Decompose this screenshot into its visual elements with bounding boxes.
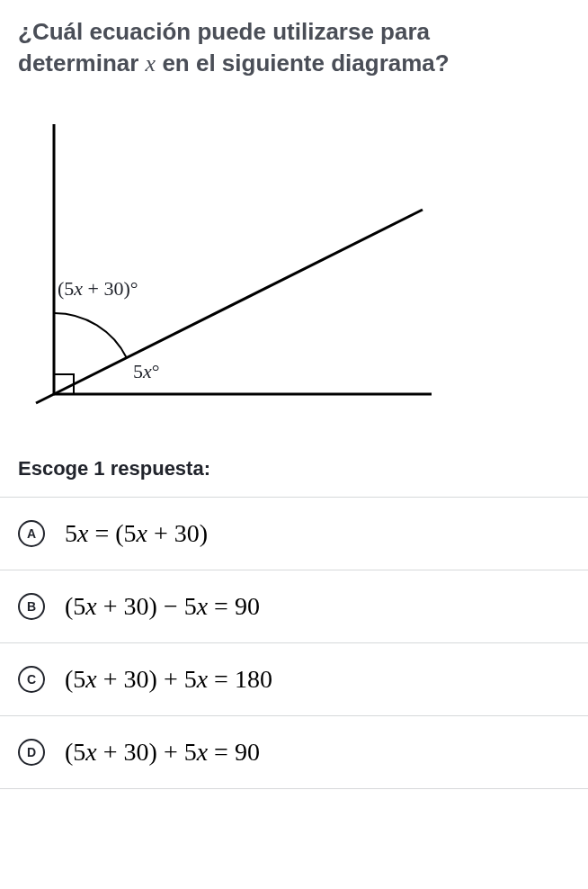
- question-line2-post: en el siguiente diagrama?: [156, 49, 450, 76]
- question-line1: ¿Cuál ecuación puede utilizarse para: [18, 18, 430, 45]
- label-lower-angle: 5x°: [133, 360, 214, 391]
- angle-diagram: (5x + 30)° 5x°: [18, 115, 570, 421]
- choice-expression-c: (5x + 30) + 5x = 180: [65, 665, 272, 694]
- choice-badge-b: B: [18, 593, 45, 620]
- choice-expression-a: 5x = (5x + 30): [65, 519, 208, 548]
- question-variable: x: [146, 50, 156, 76]
- answer-choices: A 5x = (5x + 30) B (5x + 30) − 5x = 90 C…: [0, 497, 588, 789]
- choice-expression-d: (5x + 30) + 5x = 90: [65, 738, 260, 767]
- choice-badge-d: D: [18, 739, 45, 766]
- instruction-text: Escoge 1 respuesta:: [18, 457, 570, 480]
- label-upper-angle: (5x + 30)°: [58, 277, 219, 308]
- arc-upper-angle: [54, 313, 127, 358]
- choice-d[interactable]: D (5x + 30) + 5x = 90: [0, 716, 588, 789]
- choice-badge-a: A: [18, 520, 45, 547]
- choice-expression-b: (5x + 30) − 5x = 90: [65, 592, 260, 621]
- choice-b[interactable]: B (5x + 30) − 5x = 90: [0, 570, 588, 643]
- question-line2-pre: determinar: [18, 49, 146, 76]
- diagram-svg: (5x + 30)° 5x°: [18, 115, 450, 421]
- choice-a[interactable]: A 5x = (5x + 30): [0, 498, 588, 570]
- choice-badge-c: C: [18, 666, 45, 693]
- question-text: ¿Cuál ecuación puede utilizarse para det…: [18, 16, 570, 79]
- choice-c[interactable]: C (5x + 30) + 5x = 180: [0, 643, 588, 716]
